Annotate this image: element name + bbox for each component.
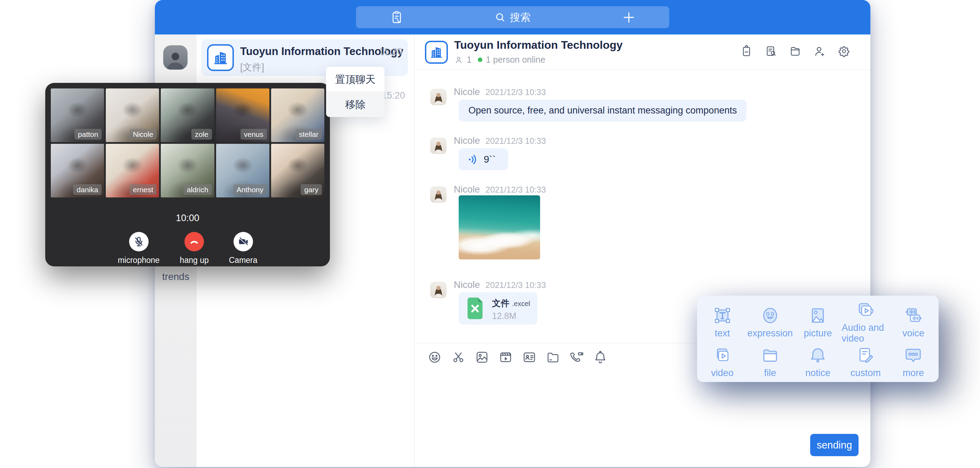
participant-tile: gary bbox=[271, 144, 325, 197]
text-message-icon bbox=[713, 306, 732, 325]
text-message-bubble: Open source, free, and universal instant… bbox=[459, 100, 746, 121]
search-bar[interactable]: 搜索 bbox=[356, 6, 669, 28]
contact-card-icon[interactable] bbox=[522, 350, 536, 364]
audio-video-icon bbox=[856, 300, 875, 319]
participant-name: aldrich bbox=[183, 184, 212, 195]
emoji-icon[interactable] bbox=[428, 350, 442, 364]
message-meta: Nicole 2021/12/3 10:33 bbox=[454, 136, 546, 146]
popup-item-expression[interactable]: expression bbox=[746, 300, 794, 344]
avatar[interactable] bbox=[430, 137, 447, 154]
picture-icon bbox=[808, 306, 827, 325]
screenshot-scissors-icon[interactable] bbox=[451, 350, 465, 364]
message-meta: Nicole 2021/12/3 10:33 bbox=[454, 280, 546, 291]
chat-subtitle: 1 1 person online bbox=[454, 55, 545, 65]
group-file-icon[interactable] bbox=[789, 45, 802, 58]
conversation-time: 15:20 bbox=[379, 46, 402, 57]
participant-name: patton bbox=[75, 129, 102, 140]
more-icon bbox=[904, 346, 923, 364]
microphone-label: microphone bbox=[118, 256, 159, 265]
microphone-button[interactable]: microphone bbox=[118, 232, 159, 265]
camera-label: Camera bbox=[229, 256, 258, 265]
expression-icon bbox=[761, 306, 780, 325]
avatar[interactable] bbox=[430, 186, 447, 203]
voice-wave-icon bbox=[467, 153, 479, 165]
chat-record-icon[interactable] bbox=[765, 45, 777, 58]
menu-item-pin-chat[interactable]: 置顶聊天 bbox=[326, 67, 385, 92]
camera-off-icon bbox=[237, 236, 249, 248]
chat-header: Tuoyun Information Technology 1 1 person… bbox=[414, 35, 870, 70]
avatar[interactable] bbox=[430, 282, 447, 298]
popup-item-picture[interactable]: picture bbox=[794, 300, 842, 344]
message-time: 2021/12/3 10:33 bbox=[485, 280, 546, 290]
participant-grid: patton Nicole zole venus stellar danika … bbox=[51, 88, 325, 197]
file-size: 12.8M bbox=[492, 311, 516, 321]
message-type-popup: text expression picture Audio and video bbox=[697, 295, 939, 382]
online-dot bbox=[478, 58, 482, 62]
participant-tile: Nicole bbox=[106, 88, 159, 142]
company-building-icon bbox=[425, 41, 448, 64]
video-clip-icon[interactable] bbox=[499, 350, 512, 364]
file-message-icon bbox=[761, 346, 780, 364]
send-button[interactable]: sending bbox=[810, 434, 859, 456]
settings-icon[interactable] bbox=[838, 45, 850, 58]
notification-bell-icon[interactable] bbox=[593, 350, 607, 364]
conversation-last-message: [文件] bbox=[240, 61, 264, 73]
search-placeholder-group[interactable]: 搜索 bbox=[495, 10, 531, 24]
camera-button[interactable]: Camera bbox=[229, 232, 258, 265]
voice-message-icon bbox=[904, 306, 923, 325]
image-message-beach-photo[interactable] bbox=[459, 195, 540, 259]
participant-name: Nicole bbox=[129, 129, 157, 140]
sender-name: Nicole bbox=[454, 280, 480, 291]
participant-name: ernest bbox=[129, 184, 157, 195]
popup-item-custom[interactable]: custom bbox=[842, 344, 889, 380]
trends-label: trends bbox=[155, 271, 197, 283]
popup-item-notice[interactable]: notice bbox=[794, 344, 842, 380]
participant-name: venus bbox=[240, 129, 267, 140]
group-notice-icon[interactable] bbox=[740, 45, 753, 58]
popup-item-audio-video[interactable]: Audio and video bbox=[842, 300, 889, 344]
call-timer: 10:00 bbox=[51, 213, 325, 224]
participant-name: gary bbox=[301, 184, 322, 195]
microphone-muted-icon bbox=[133, 236, 145, 248]
participant-name: danika bbox=[73, 184, 102, 195]
voice-message-bubble[interactable]: 9`` bbox=[459, 149, 508, 170]
message-time: 2021/12/3 10:33 bbox=[485, 136, 546, 146]
members-icon bbox=[454, 55, 463, 64]
hang-up-button[interactable]: hang up bbox=[180, 232, 209, 265]
message-meta: Nicole 2021/12/3 10:33 bbox=[454, 184, 546, 195]
video-call-icon[interactable] bbox=[570, 350, 584, 364]
contact-notes-icon[interactable] bbox=[390, 10, 404, 25]
popup-item-more[interactable]: more bbox=[889, 344, 937, 380]
custom-message-icon bbox=[856, 346, 875, 364]
popup-item-voice[interactable]: voice bbox=[889, 300, 937, 344]
user-avatar[interactable] bbox=[163, 45, 188, 70]
participant-tile: patton bbox=[51, 88, 104, 142]
participant-tile: danika bbox=[51, 144, 104, 197]
chat-panel: Tuoyun Information Technology 1 1 person… bbox=[414, 35, 870, 467]
call-controls: microphone hang up Camera bbox=[51, 232, 325, 265]
participant-tile: zole bbox=[161, 88, 214, 142]
file-folder-icon[interactable] bbox=[546, 350, 560, 364]
avatar[interactable] bbox=[430, 89, 447, 105]
plus-icon[interactable] bbox=[622, 10, 636, 24]
search-icon bbox=[495, 12, 506, 23]
message-meta: Nicole 2021/12/3 10:33 bbox=[454, 87, 546, 97]
top-bar: 搜索 bbox=[155, 0, 870, 35]
notice-icon bbox=[808, 346, 827, 364]
online-status: 1 person online bbox=[486, 55, 545, 65]
member-count: 1 bbox=[467, 55, 472, 65]
popup-item-text[interactable]: text bbox=[698, 300, 746, 344]
hang-up-label: hang up bbox=[180, 256, 209, 265]
sender-name: Nicole bbox=[454, 184, 480, 195]
search-placeholder: 搜索 bbox=[510, 10, 531, 24]
sender-name: Nicole bbox=[454, 87, 480, 97]
sender-name: Nicole bbox=[454, 136, 480, 146]
popup-item-video[interactable]: video bbox=[698, 344, 746, 380]
menu-item-remove[interactable]: 移除 bbox=[326, 92, 385, 117]
participant-name: zole bbox=[191, 129, 212, 140]
image-icon[interactable] bbox=[475, 350, 489, 364]
popup-item-file[interactable]: file bbox=[746, 344, 794, 380]
add-member-icon[interactable] bbox=[813, 45, 826, 58]
file-extension: .excel bbox=[512, 300, 530, 307]
file-message-card[interactable]: 文件 .excel 12.8M bbox=[459, 292, 537, 324]
